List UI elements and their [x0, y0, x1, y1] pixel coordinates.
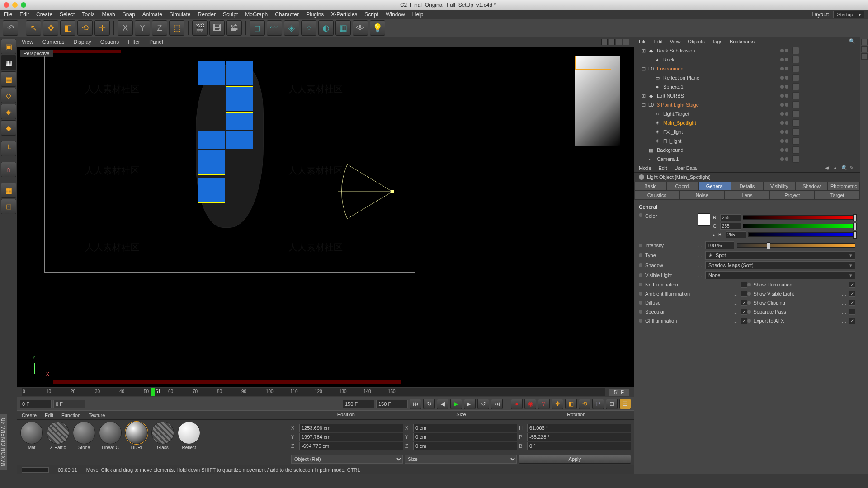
visibility-dots[interactable] — [780, 85, 788, 89]
object-name[interactable]: Loft NURBS — [656, 93, 778, 99]
snap-button[interactable]: ⊡ — [1, 199, 16, 214]
menu-window[interactable]: Window — [386, 11, 405, 18]
visibility-dots[interactable] — [780, 139, 788, 143]
rotation-field[interactable] — [527, 424, 631, 432]
menu-render[interactable]: Render — [198, 11, 216, 18]
render-picture-button[interactable]: 📽 — [226, 20, 242, 36]
menu-edit[interactable]: Edit — [19, 11, 29, 18]
timeline[interactable]: 0 10 20 30 40 50 51 60 70 80 90 100 110 … — [17, 387, 634, 397]
material-item[interactable]: Reflect — [176, 422, 202, 463]
object-row[interactable]: ☀ Fill_light — [634, 136, 860, 145]
light-button[interactable]: 💡 — [370, 20, 385, 36]
color-r-slider[interactable] — [743, 215, 855, 220]
goto-start-button[interactable]: ⏮ — [410, 399, 421, 409]
workplane-button[interactable]: ▦ — [1, 183, 16, 198]
attr-tab[interactable]: Caustics — [634, 191, 679, 200]
key-pos-button[interactable]: ✥ — [552, 399, 563, 409]
object-row[interactable]: ▭ Reflection Plane — [634, 73, 860, 82]
environment-button[interactable]: ▦ — [335, 20, 351, 36]
mat-menu-create[interactable]: Create — [22, 413, 37, 418]
coord-system-button[interactable]: ⬚ — [169, 20, 184, 36]
attr-tab[interactable]: Noise — [679, 191, 725, 200]
menu-select[interactable]: Select — [60, 11, 75, 18]
material-item[interactable]: HDRI — [124, 422, 149, 463]
visibility-dots[interactable] — [780, 49, 788, 52]
object-name[interactable]: FX _light — [662, 129, 778, 135]
timeline-cursor[interactable] — [151, 388, 155, 396]
checkbox[interactable] — [849, 309, 855, 315]
checkbox[interactable] — [741, 282, 747, 288]
visibility-dots[interactable] — [780, 58, 788, 61]
color-g-slider[interactable] — [743, 224, 855, 228]
checkbox[interactable]: ✓ — [741, 318, 747, 324]
attr-new-icon[interactable]: ✎ — [849, 165, 855, 171]
nurbs-button[interactable]: ◈ — [284, 20, 299, 36]
menu-simulate[interactable]: Simulate — [170, 11, 191, 18]
attr-tab[interactable]: Coord. — [666, 182, 698, 191]
place-tool[interactable]: ✛ — [94, 20, 110, 36]
object-row[interactable]: ☀ Main_Spotlight — [634, 118, 860, 127]
object-tree[interactable]: ⊞ ◆ Rock Subdivision ▲ Rock ⊟ L0 Environ… — [634, 46, 860, 164]
material-item[interactable]: Mat — [19, 422, 44, 463]
point-mode-button[interactable]: ◇ — [1, 88, 16, 103]
expand-icon[interactable]: ⊟ — [641, 66, 646, 72]
tag-icon[interactable] — [792, 155, 799, 163]
attr-tab[interactable]: Lens — [725, 191, 770, 200]
expand-icon[interactable]: ⊟ — [641, 102, 646, 108]
render-view-button[interactable]: 🎬 — [192, 20, 208, 36]
array-button[interactable]: ⁘ — [301, 20, 316, 36]
axis-z-toggle[interactable]: Z — [152, 20, 167, 36]
scale-tool[interactable]: ◧ — [60, 20, 75, 36]
checkbox[interactable]: ✓ — [849, 282, 855, 288]
obj-menu-edit[interactable]: Edit — [654, 39, 663, 44]
viewmenu-display[interactable]: Display — [73, 39, 91, 45]
rotation-field[interactable] — [527, 433, 631, 441]
visibility-dots[interactable] — [780, 157, 788, 161]
visibility-dots[interactable] — [780, 121, 788, 125]
object-name[interactable]: Light.Target — [662, 111, 778, 117]
render-settings-button[interactable]: 🎞 — [209, 20, 225, 36]
close-window-button[interactable] — [4, 2, 9, 8]
object-name[interactable]: Rock Subdivision — [656, 48, 778, 53]
color-g-field[interactable] — [720, 223, 741, 230]
range-end1-field[interactable] — [343, 400, 374, 408]
autokey-button[interactable]: ◉ — [524, 399, 536, 409]
keyframe-help-button[interactable]: ? — [538, 399, 550, 409]
position-field[interactable] — [299, 433, 403, 441]
object-name[interactable]: Main_Spotlight — [662, 120, 778, 126]
attr-tab[interactable]: Target — [815, 191, 860, 200]
expand-icon[interactable]: ⊞ — [641, 48, 646, 54]
spline-button[interactable]: 〰 — [267, 20, 282, 36]
axis-tool-button[interactable]: └ — [1, 141, 16, 156]
object-row[interactable]: ⊟ L0 Environment — [634, 64, 860, 73]
texture-mode-button[interactable]: ▤ — [1, 71, 16, 87]
deformer-button[interactable]: ◐ — [318, 20, 334, 36]
tag-icon[interactable] — [792, 137, 799, 145]
palette-icon[interactable] — [861, 39, 868, 45]
object-row[interactable]: ▦ Background — [634, 145, 860, 155]
viewmenu-panel[interactable]: Panel — [149, 39, 163, 45]
obj-search-icon[interactable]: 🔍 — [849, 38, 855, 44]
viewport-nav-icon[interactable] — [601, 39, 608, 45]
checkbox[interactable]: ✓ — [849, 300, 855, 306]
object-row[interactable]: ⊞ ◆ Loft NURBS — [634, 91, 860, 100]
obj-menu-objects[interactable]: Objects — [688, 39, 704, 44]
axis-y-toggle[interactable]: Y — [135, 20, 150, 36]
attr-search-icon[interactable]: 🔍 — [841, 165, 847, 171]
menu-sculpt[interactable]: Sculpt — [223, 11, 238, 18]
size-field[interactable] — [413, 424, 517, 432]
tag-icon[interactable] — [792, 110, 799, 117]
object-name[interactable]: Fill_light — [662, 138, 778, 144]
obj-menu-file[interactable]: File — [639, 39, 647, 44]
intensity-field[interactable] — [705, 241, 734, 249]
checkbox[interactable] — [741, 291, 747, 297]
edge-mode-button[interactable]: ◈ — [1, 104, 16, 119]
range-end2-field[interactable] — [376, 400, 408, 408]
camera-button[interactable]: 👁 — [353, 20, 368, 36]
object-name[interactable]: Sphere.1 — [662, 84, 778, 89]
palette-icon[interactable] — [861, 53, 868, 60]
menu-script[interactable]: Script — [364, 11, 378, 18]
checkbox[interactable]: ✓ — [849, 318, 855, 324]
color-b-slider[interactable] — [748, 232, 855, 237]
viewmenu-view[interactable]: View — [22, 39, 33, 45]
